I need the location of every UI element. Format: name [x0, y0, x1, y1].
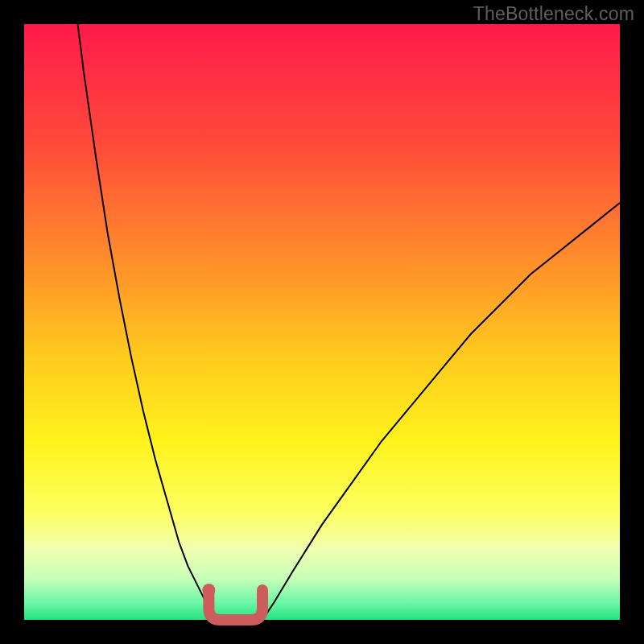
watermark-text: TheBottleneck.com [473, 3, 634, 25]
chart-frame: TheBottleneck.com [0, 0, 644, 644]
valley-dot [202, 584, 215, 597]
bottleneck-chart [0, 0, 644, 644]
plot-background [24, 24, 620, 620]
